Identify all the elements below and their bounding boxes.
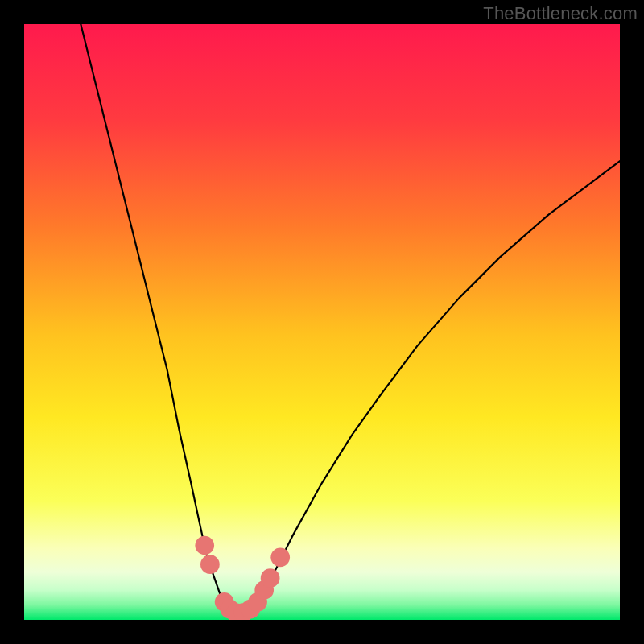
marker-10 (270, 547, 290, 567)
marker-9 (261, 568, 280, 588)
chart-svg (24, 24, 620, 620)
marker-0 (195, 536, 214, 555)
gradient-background (24, 24, 620, 620)
marker-1 (200, 555, 220, 574)
attribution-label: TheBottleneck.com (483, 3, 638, 24)
chart-plot-area (24, 24, 620, 620)
chart-frame: TheBottleneck.com (0, 0, 644, 644)
